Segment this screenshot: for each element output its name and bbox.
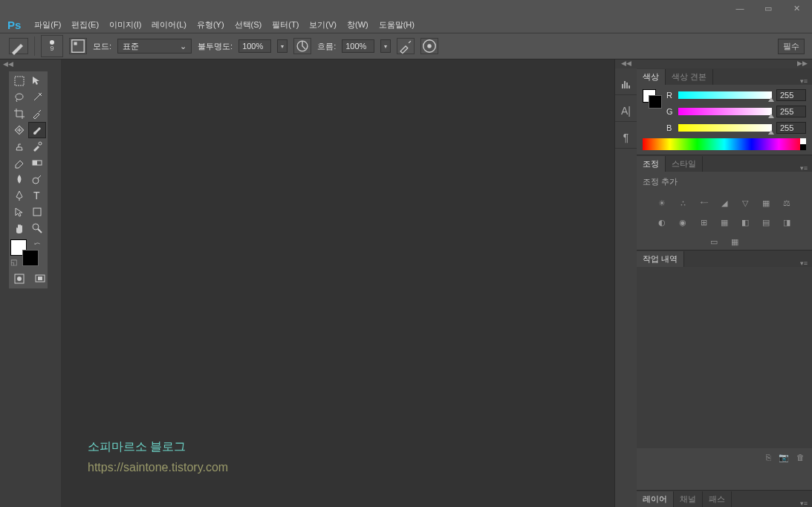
b-input[interactable]: 255 xyxy=(776,122,806,134)
tab-channels[interactable]: 채널 xyxy=(674,491,703,507)
hue-saturation-icon[interactable]: ▦ xyxy=(759,196,773,210)
gradient-map-icon[interactable]: ▭ xyxy=(707,235,721,248)
size-pressure-toggle[interactable] xyxy=(420,38,438,54)
blur-tool[interactable] xyxy=(10,171,28,187)
background-color[interactable] xyxy=(22,250,39,266)
clone-stamp-tool[interactable] xyxy=(10,138,28,155)
close-button[interactable]: ✕ xyxy=(787,2,806,14)
tab-paths[interactable]: 패스 xyxy=(703,491,732,507)
swap-colors-icon[interactable]: ⤺ xyxy=(34,239,40,248)
svg-text:T: T xyxy=(33,190,40,201)
dock-icon-paragraph[interactable]: ¶ xyxy=(615,126,637,149)
color-lookup-icon[interactable]: ▦ xyxy=(717,216,732,229)
airbrush-toggle[interactable] xyxy=(397,38,415,54)
shape-tool[interactable] xyxy=(28,204,46,220)
workspace-switcher[interactable]: 필수 xyxy=(778,39,805,54)
history-brush-tool[interactable] xyxy=(28,138,46,155)
tab-history[interactable]: 작업 내역 xyxy=(637,251,684,267)
dock-collapse-handle[interactable]: ◀◀ xyxy=(615,59,637,68)
zoom-tool[interactable] xyxy=(28,220,46,236)
pen-tool[interactable] xyxy=(10,187,28,204)
blend-mode-select[interactable]: 표준 ⌄ xyxy=(117,39,192,54)
vibrance-icon[interactable]: ▽ xyxy=(738,196,753,210)
svg-point-14 xyxy=(33,224,39,230)
quick-mask-toggle[interactable] xyxy=(10,271,28,287)
opacity-pressure-toggle[interactable] xyxy=(293,38,311,54)
tab-adjustments[interactable]: 조정 xyxy=(637,156,666,172)
layers-panel-menu[interactable]: ▾≡ xyxy=(796,500,812,507)
menu-file[interactable]: 파일(F) xyxy=(30,18,65,32)
gradient-tool[interactable] xyxy=(28,155,46,171)
tool-preset-picker[interactable] xyxy=(9,38,28,54)
tab-layers[interactable]: 레이어 xyxy=(637,491,674,507)
marquee-tool[interactable] xyxy=(10,73,28,89)
history-panel-menu[interactable]: ▾≡ xyxy=(796,259,812,267)
svg-rect-10 xyxy=(33,161,37,165)
crop-tool[interactable] xyxy=(10,106,28,122)
brush-panel-toggle[interactable] xyxy=(69,38,87,54)
menu-filter[interactable]: 필터(T) xyxy=(267,18,303,32)
screen-mode-toggle[interactable] xyxy=(31,271,49,287)
minimize-button[interactable]: — xyxy=(730,2,750,14)
opacity-dropdown[interactable]: ▾ xyxy=(277,39,288,53)
toolbar-collapse-handle[interactable]: ◀◀ xyxy=(0,59,61,68)
r-input[interactable]: 255 xyxy=(776,89,806,101)
brightness-contrast-icon[interactable]: ☀ xyxy=(655,196,669,210)
menu-window[interactable]: 창(W) xyxy=(342,18,373,32)
color-balance-icon[interactable]: ⚖ xyxy=(779,196,794,210)
menu-help[interactable]: 도움말(H) xyxy=(374,18,419,32)
curves-icon[interactable]: ⬳ xyxy=(696,196,711,210)
adjustments-panel-menu[interactable]: ▾≡ xyxy=(796,164,812,172)
selective-color-icon[interactable]: ▦ xyxy=(727,235,742,248)
opacity-input[interactable]: 100% xyxy=(238,39,271,53)
posterize-icon[interactable]: ▤ xyxy=(759,216,773,229)
eraser-tool[interactable] xyxy=(10,155,28,171)
channel-mixer-icon[interactable]: ⊞ xyxy=(696,216,711,229)
menu-type[interactable]: 유형(Y) xyxy=(192,18,229,32)
dock-icon-character[interactable]: A| xyxy=(615,100,637,122)
g-input[interactable]: 255 xyxy=(776,106,806,117)
type-tool[interactable]: T xyxy=(28,187,46,204)
menu-image[interactable]: 이미지(I) xyxy=(105,18,146,32)
color-spectrum[interactable] xyxy=(643,138,806,150)
exposure-icon[interactable]: ◢ xyxy=(717,196,732,210)
canvas-area[interactable]: 소피마르소 블로그 https://saintone.tistory.com xyxy=(61,59,614,507)
panel-background-color[interactable] xyxy=(649,95,662,109)
brush-preset-picker[interactable]: 9 xyxy=(41,35,63,57)
invert-icon[interactable]: ◧ xyxy=(738,216,753,229)
dock-icon-histogram[interactable] xyxy=(615,73,637,95)
color-panel-menu[interactable]: ▾≡ xyxy=(796,77,812,85)
menu-view[interactable]: 보기(V) xyxy=(305,18,341,32)
panels-collapse-handle[interactable]: ▶▶ xyxy=(637,59,812,68)
menu-layer[interactable]: 레이어(L) xyxy=(147,18,190,32)
hand-tool[interactable] xyxy=(10,220,28,236)
dodge-tool[interactable] xyxy=(28,171,46,187)
tab-color[interactable]: 색상 xyxy=(637,69,666,85)
photo-filter-icon[interactable]: ◉ xyxy=(675,216,690,229)
r-slider[interactable] xyxy=(678,91,772,99)
move-tool[interactable] xyxy=(28,73,46,89)
healing-brush-tool[interactable] xyxy=(10,122,28,138)
threshold-icon[interactable]: ◨ xyxy=(779,216,794,229)
brush-tool[interactable] xyxy=(28,122,46,138)
g-slider[interactable] xyxy=(678,108,772,115)
menu-edit[interactable]: 편집(E) xyxy=(67,18,103,32)
path-selection-tool[interactable] xyxy=(10,204,28,220)
levels-icon[interactable]: ⛬ xyxy=(675,196,690,210)
magic-wand-tool[interactable] xyxy=(28,89,46,106)
new-document-from-state-icon[interactable]: ⎘ xyxy=(766,453,771,462)
tab-swatches[interactable]: 색상 견본 xyxy=(666,69,713,85)
black-white-icon[interactable]: ◐ xyxy=(655,216,669,229)
b-slider[interactable] xyxy=(678,124,772,132)
history-list[interactable] xyxy=(637,267,812,448)
tab-styles[interactable]: 스타일 xyxy=(666,156,703,172)
maximize-button[interactable]: ▭ xyxy=(759,2,778,14)
delete-state-icon[interactable]: 🗑 xyxy=(796,453,805,462)
eyedropper-tool[interactable] xyxy=(28,106,46,122)
flow-dropdown[interactable]: ▾ xyxy=(380,39,391,53)
lasso-tool[interactable] xyxy=(10,89,28,106)
new-snapshot-icon[interactable]: 📷 xyxy=(779,453,789,462)
menu-select[interactable]: 선택(S) xyxy=(230,18,267,32)
default-colors-icon[interactable]: ◱ xyxy=(10,258,17,266)
flow-input[interactable]: 100% xyxy=(342,39,374,53)
